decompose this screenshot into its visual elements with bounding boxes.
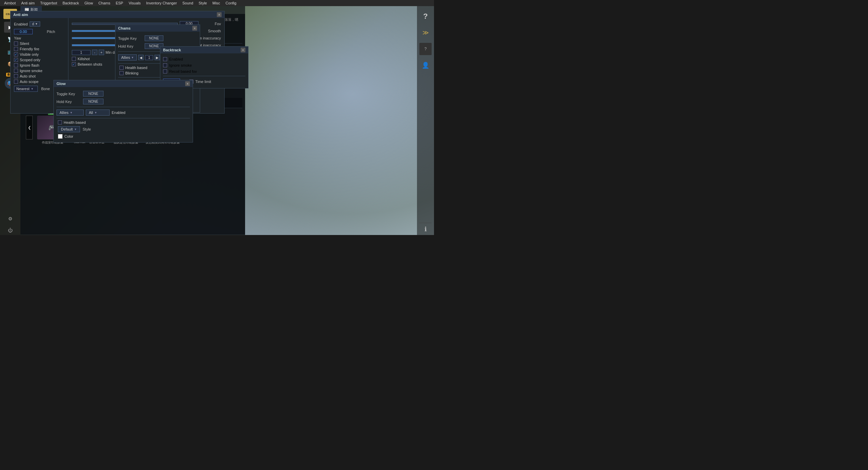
sidebar-power-icon[interactable]: ⏻ <box>8 225 13 235</box>
menu-aimbot[interactable]: Aimbot <box>1 1 18 5</box>
chams-header[interactable]: Chams × <box>115 25 200 32</box>
killshot-checkbox[interactable] <box>72 57 76 61</box>
menu-inventory-changer[interactable]: Inventory Changer <box>143 1 180 5</box>
allies-nav-prev[interactable]: ◀ <box>138 55 144 60</box>
menu-chams[interactable]: Chams <box>96 1 113 5</box>
glow-all-label: All <box>89 111 93 115</box>
ignore-flash-row[interactable]: Ignore flash <box>13 63 66 68</box>
scoped-only-checkbox[interactable] <box>14 58 18 62</box>
bt-enabled-label: Enabled <box>169 57 183 61</box>
glow-close[interactable]: × <box>185 81 190 86</box>
menu-sound[interactable]: Sound <box>180 1 196 5</box>
allies-dropdown[interactable]: Allies ▼ <box>118 54 137 61</box>
bt-enabled-checkbox[interactable] <box>163 57 167 61</box>
yaw-row: Yaw <box>13 35 66 41</box>
glow-default-dropdown[interactable]: Default ▼ <box>58 126 80 132</box>
menu-style[interactable]: Style <box>196 1 210 5</box>
right-help-icon[interactable]: ? <box>419 10 432 22</box>
glow-style-label: Style <box>83 127 91 131</box>
menu-antiaim[interactable]: Anti aim <box>18 1 37 5</box>
glow-color-label: Color <box>64 134 73 138</box>
bt-recoil-label: Recoil based fov <box>169 69 197 73</box>
glow-enabled-text: Enabled <box>112 111 125 115</box>
health-based-label: Health based <box>125 66 147 70</box>
glow-title: Glow <box>57 82 66 86</box>
enabled-dropdown[interactable]: d <box>30 21 40 27</box>
ignore-smoke-row[interactable]: Ignore smoke <box>13 68 66 73</box>
bt-ignore-smoke-checkbox[interactable] <box>163 63 167 67</box>
right-profile-icon[interactable]: 👤 <box>419 59 432 71</box>
right-unknown-icon[interactable]: ? <box>419 43 432 55</box>
auto-scope-checkbox[interactable] <box>14 80 18 84</box>
between-shots-checkbox[interactable] <box>72 62 76 66</box>
auto-shot-checkbox[interactable] <box>14 74 18 78</box>
min-damage-plus[interactable]: + <box>99 50 104 55</box>
hold-key-label: Hold Key <box>118 44 142 48</box>
menu-misc[interactable]: Misc <box>210 1 223 5</box>
glow-health-row[interactable]: Health based <box>57 120 190 125</box>
antiaim-close[interactable]: × <box>217 12 222 17</box>
allies-num: 1 <box>145 55 153 60</box>
chams-close[interactable]: × <box>192 26 197 31</box>
pitch-label: Pitch <box>35 30 55 34</box>
ignore-smoke-checkbox[interactable] <box>14 69 18 73</box>
bt-time-limit-label: Time limit <box>195 80 211 84</box>
menu-esp[interactable]: ESP <box>113 1 126 5</box>
bt-recoil-checkbox[interactable] <box>163 69 167 73</box>
glow-health-checkbox[interactable] <box>58 120 62 124</box>
glow-all-dropdown[interactable]: All ▼ <box>86 110 110 116</box>
auto-shot-row[interactable]: Auto shot <box>13 73 66 79</box>
menu-backtrack[interactable]: Backtrack <box>60 1 82 5</box>
menu-bar: Aimbot Anti aim Triggerbot Backtrack Glo… <box>0 0 434 6</box>
glow-header[interactable]: Glow × <box>54 80 193 87</box>
menu-triggerbot[interactable]: Triggerbot <box>37 1 60 5</box>
allies-nav-next[interactable]: ▶ <box>155 55 160 60</box>
scoped-only-label: Scoped only <box>20 58 41 62</box>
glow-color-swatch[interactable] <box>58 134 63 139</box>
friendly-fire-row[interactable]: Friendly fire <box>13 46 66 52</box>
blinking-checkbox[interactable] <box>119 71 124 75</box>
bt-recoil-row[interactable]: Recoil based fov <box>163 68 245 74</box>
pitch-input[interactable]: 0.00 <box>14 29 33 34</box>
backtrack-header[interactable]: Backtrack × <box>160 47 248 53</box>
min-damage-input[interactable]: 1 <box>72 50 91 55</box>
toggle-key-label: Toggle Key <box>118 36 142 40</box>
bt-ignore-smoke-row[interactable]: Ignore smoke <box>163 62 245 68</box>
visible-only-checkbox[interactable] <box>14 52 18 56</box>
toggle-key-btn[interactable]: NONE <box>145 35 163 41</box>
antiaim-title: Anti aim <box>13 13 28 17</box>
glow-hold-btn[interactable]: NONE <box>83 99 103 104</box>
menu-glow[interactable]: Glow <box>82 1 96 5</box>
bt-enabled-row[interactable]: Enabled <box>163 56 245 62</box>
silent-checkbox[interactable] <box>14 41 18 46</box>
right-rank-icon[interactable]: ≫ <box>419 27 432 39</box>
ignore-flash-checkbox[interactable] <box>14 63 18 67</box>
min-damage-minus[interactable]: - <box>92 50 97 55</box>
glow-style-row: Default ▼ Style <box>57 125 190 133</box>
scoped-only-row[interactable]: Scoped only <box>13 57 66 63</box>
right-info-icon[interactable]: ℹ <box>419 223 432 235</box>
carousel-prev[interactable]: ❮ <box>26 116 33 139</box>
glow-toggle-label: Toggle Key <box>57 92 80 96</box>
antiaim-header[interactable]: Anti aim × <box>11 11 224 18</box>
bt-ignore-smoke-label: Ignore smoke <box>169 63 192 67</box>
glow-content: Toggle Key NONE Hold Key NONE Allies ▼ A… <box>54 87 193 142</box>
glow-allies-row: Allies ▼ All ▼ Enabled <box>57 108 190 117</box>
silent-row[interactable]: Silent <box>13 41 66 46</box>
friendly-fire-checkbox[interactable] <box>14 47 18 51</box>
backtrack-close[interactable]: × <box>241 48 245 52</box>
nearest-arrow: ▼ <box>31 87 34 90</box>
backtrack-title: Backtrack <box>163 48 181 52</box>
menu-config[interactable]: Config <box>223 1 239 5</box>
sidebar-settings-icon[interactable]: ⚙ <box>4 213 16 224</box>
health-based-checkbox[interactable] <box>119 66 124 70</box>
glow-toggle-btn[interactable]: NONE <box>83 91 103 97</box>
glow-allies-dropdown[interactable]: Allies ▼ <box>57 110 84 116</box>
nearest-dropdown[interactable]: Nearest ▼ <box>14 86 38 92</box>
menu-visuals[interactable]: Visuals <box>126 1 143 5</box>
visible-only-row[interactable]: Visible only <box>13 52 66 57</box>
glow-default-label: Default <box>61 127 73 131</box>
glow-hold-label: Hold Key <box>57 100 80 104</box>
right-sidebar: ? ≫ ? 👤 ℹ <box>417 6 434 235</box>
glow-hold-row: Hold Key NONE <box>57 98 190 105</box>
